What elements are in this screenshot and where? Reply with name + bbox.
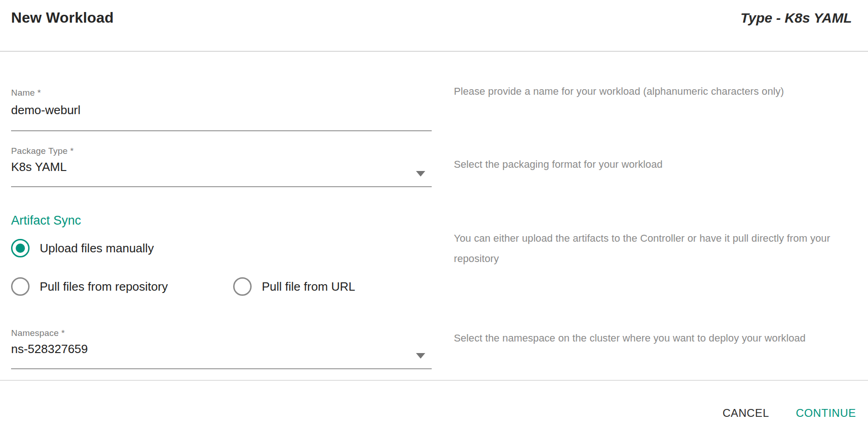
package-type-underline: [11, 186, 432, 187]
page-title: New Workload: [11, 9, 114, 26]
name-input[interactable]: [11, 101, 432, 119]
package-type-select[interactable]: K8s YAML: [11, 160, 432, 186]
name-field-underline: [11, 130, 432, 131]
radio-unselected-icon: [233, 277, 252, 296]
package-type-value: K8s YAML: [11, 160, 432, 174]
header-divider: [0, 51, 868, 52]
namespace-select[interactable]: ns-528327659: [11, 342, 432, 368]
package-type-help-text: Select the packaging format for your wor…: [454, 154, 856, 175]
radio-upload-files-manually[interactable]: Upload files manually: [11, 239, 154, 257]
radio-label: Pull file from URL: [262, 280, 355, 294]
cancel-button[interactable]: CANCEL: [721, 403, 771, 423]
chevron-down-icon: [416, 171, 425, 177]
radio-pull-files-from-repository[interactable]: Pull files from repository: [11, 277, 168, 296]
package-type-label: Package Type *: [11, 146, 74, 156]
namespace-help-text: Select the namespace on the cluster wher…: [454, 328, 868, 348]
namespace-label: Namespace *: [11, 328, 65, 338]
continue-button[interactable]: CONTINUE: [794, 403, 858, 423]
workload-type-label: Type - K8s YAML: [741, 10, 852, 26]
new-workload-dialog: New Workload Type - K8s YAML Name * Plea…: [0, 0, 868, 427]
footer-button-row: CANCEL CONTINUE: [721, 403, 858, 423]
radio-label: Upload files manually: [40, 241, 154, 256]
chevron-down-icon: [416, 353, 425, 359]
namespace-underline: [11, 368, 432, 369]
radio-selected-icon: [11, 239, 30, 257]
radio-unselected-icon: [11, 277, 30, 296]
radio-label: Pull files from repository: [40, 280, 168, 294]
name-help-text: Please provide a name for your workload …: [454, 81, 856, 102]
footer-divider: [0, 380, 868, 381]
name-field-label: Name *: [11, 88, 41, 98]
namespace-value: ns-528327659: [11, 342, 432, 356]
artifact-sync-heading: Artifact Sync: [11, 214, 81, 228]
artifact-sync-help-text: You can either upload the artifacts to t…: [454, 228, 851, 269]
radio-pull-file-from-url[interactable]: Pull file from URL: [233, 277, 355, 296]
